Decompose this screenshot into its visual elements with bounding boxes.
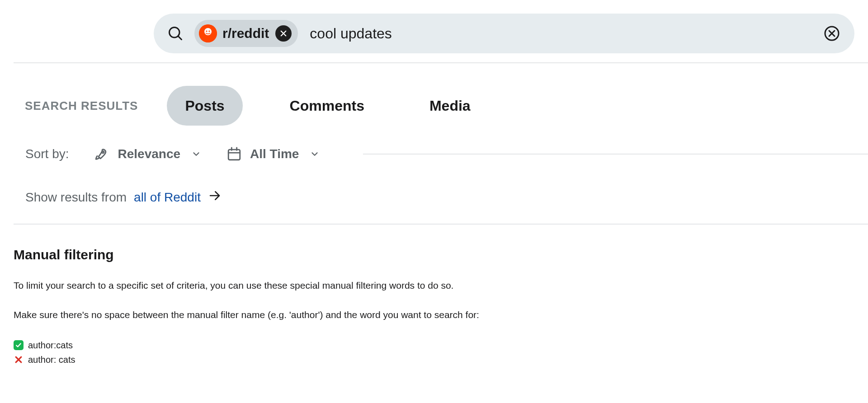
tab-posts[interactable]: Posts <box>167 86 242 126</box>
check-icon <box>14 340 24 350</box>
chevron-down-icon <box>310 149 320 159</box>
search-results-heading: SEARCH RESULTS <box>25 99 138 113</box>
example-correct: author:cats <box>14 338 868 352</box>
clear-search-button[interactable] <box>823 24 841 42</box>
arrow-right-icon <box>208 189 222 206</box>
link-text: all of Reddit <box>134 190 201 205</box>
chip-close-button[interactable] <box>275 25 292 42</box>
subreddit-name: r/reddit <box>222 26 269 41</box>
sort-by-label: Sort by: <box>25 147 69 161</box>
example-incorrect-text: author: cats <box>28 352 75 367</box>
subreddit-avatar-icon <box>199 24 217 42</box>
manual-filtering-p2: Make sure there's no space between the m… <box>14 308 868 321</box>
manual-filtering-p1: To limit your search to a specific set o… <box>14 279 868 292</box>
manual-filtering-heading: Manual filtering <box>14 247 868 262</box>
rocket-icon <box>94 146 109 162</box>
sort-value: Relevance <box>118 147 180 161</box>
subreddit-chip[interactable]: r/reddit <box>194 20 298 47</box>
show-results-from-label: Show results from <box>25 190 127 205</box>
sort-time-dropdown[interactable]: All Time <box>226 146 320 162</box>
tab-media[interactable]: Media <box>411 86 489 126</box>
example-incorrect: author: cats <box>14 352 868 367</box>
tab-comments[interactable]: Comments <box>272 86 382 126</box>
svg-point-11 <box>102 151 104 153</box>
svg-line-1 <box>178 36 182 40</box>
divider <box>363 154 868 155</box>
svg-rect-12 <box>228 150 240 160</box>
chevron-down-icon <box>191 149 201 159</box>
example-correct-text: author:cats <box>28 338 73 352</box>
svg-point-5 <box>208 30 210 32</box>
all-of-reddit-link[interactable]: all of Reddit <box>134 189 222 206</box>
cross-icon <box>14 355 24 365</box>
sort-time-value: All Time <box>250 147 299 161</box>
calendar-icon <box>226 146 242 162</box>
search-input[interactable] <box>310 25 823 42</box>
search-icon <box>167 25 184 42</box>
sort-relevance-dropdown[interactable]: Relevance <box>94 146 201 162</box>
search-bar: r/reddit <box>154 14 854 53</box>
svg-point-4 <box>206 30 207 32</box>
